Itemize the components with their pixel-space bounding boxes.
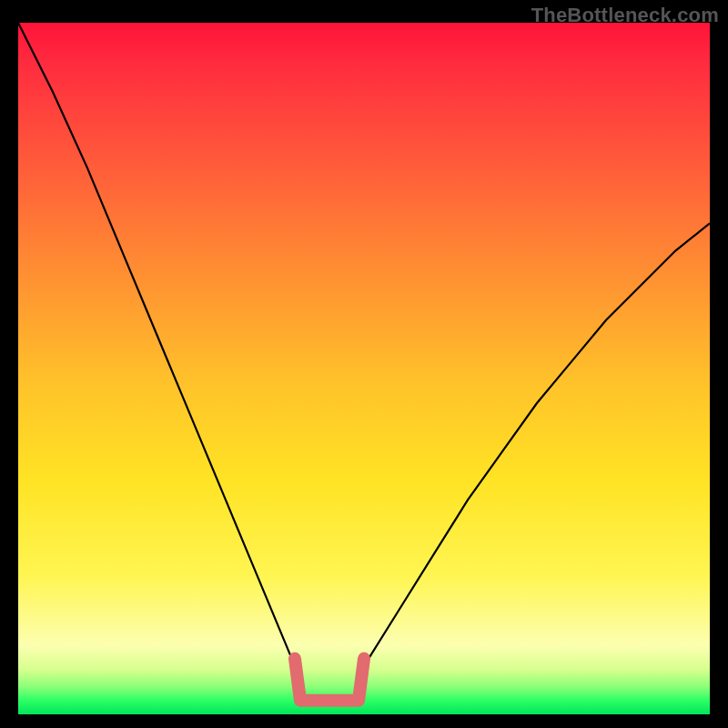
curve-right-branch <box>364 223 710 665</box>
curve-left-branch <box>18 23 295 666</box>
optimal-trough-marker <box>295 659 364 701</box>
plot-area <box>18 23 710 714</box>
chart-container: TheBottleneck.com <box>0 0 728 728</box>
bottleneck-curve <box>18 23 710 714</box>
